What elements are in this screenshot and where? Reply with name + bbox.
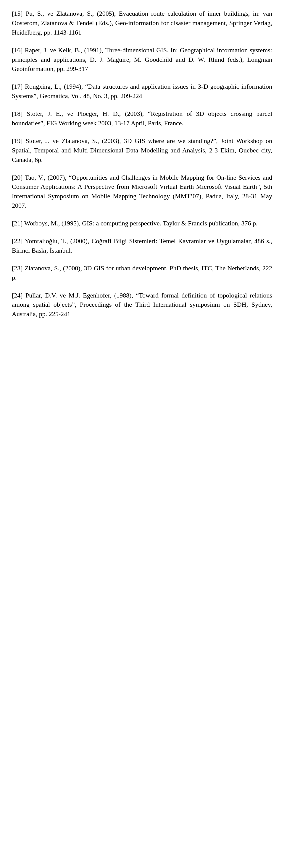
ref-21-text: [21] Worboys, M., (1995), GIS: a computi…: [12, 219, 272, 228]
ref-23-text: [23] Zlatanova, S., (2000), 3D GIS for u…: [12, 264, 272, 282]
ref-24-text: [24] Pullar, D.V. ve M.J. Egenhofer, (19…: [12, 291, 272, 319]
ref-22: [22] Yomralıoğlu, T., (2000), Coğrafi Bi…: [12, 236, 272, 255]
ref-18: [18] Stoter, J. E., ve Ploeger, H. D., (…: [12, 109, 272, 128]
ref-15-text: [15] Pu, S., ve Zlatanova, S., (2005), E…: [12, 9, 272, 37]
ref-23: [23] Zlatanova, S., (2000), 3D GIS for u…: [12, 264, 272, 282]
ref-16-text: [16] Raper, J. ve Kelk, B., (1991), Thre…: [12, 45, 272, 74]
ref-21: [21] Worboys, M., (1995), GIS: a computi…: [12, 219, 272, 228]
references-container: [15] Pu, S., ve Zlatanova, S., (2005), E…: [12, 9, 272, 319]
ref-22-text: [22] Yomralıoğlu, T., (2000), Coğrafi Bi…: [12, 236, 272, 255]
ref-20: [20] Tao, V., (2007), “Opportunities and…: [12, 173, 272, 211]
ref-17-text: [17] Rongxing, L., (1994), “Data structu…: [12, 82, 272, 101]
ref-15: [15] Pu, S., ve Zlatanova, S., (2005), E…: [12, 9, 272, 37]
ref-24: [24] Pullar, D.V. ve M.J. Egenhofer, (19…: [12, 291, 272, 319]
ref-18-text: [18] Stoter, J. E., ve Ploeger, H. D., (…: [12, 109, 272, 128]
ref-19: [19] Stoter, J. ve Zlatanova, S., (2003)…: [12, 136, 272, 164]
ref-16: [16] Raper, J. ve Kelk, B., (1991), Thre…: [12, 45, 272, 74]
ref-17: [17] Rongxing, L., (1994), “Data structu…: [12, 82, 272, 101]
ref-20-text: [20] Tao, V., (2007), “Opportunities and…: [12, 173, 272, 211]
ref-19-text: [19] Stoter, J. ve Zlatanova, S., (2003)…: [12, 136, 272, 164]
